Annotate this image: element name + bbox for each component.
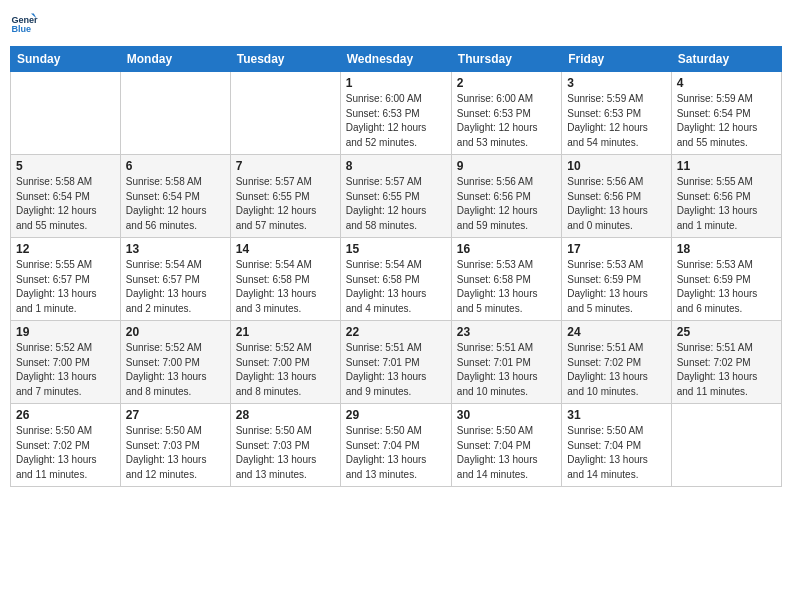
day-info: Sunrise: 6:00 AMSunset: 6:53 PMDaylight:… bbox=[346, 92, 446, 150]
calendar-cell: 30Sunrise: 5:50 AMSunset: 7:04 PMDayligh… bbox=[451, 404, 561, 487]
calendar-cell: 4Sunrise: 5:59 AMSunset: 6:54 PMDaylight… bbox=[671, 72, 781, 155]
calendar-header-row: SundayMondayTuesdayWednesdayThursdayFrid… bbox=[11, 47, 782, 72]
day-info: Sunrise: 5:57 AMSunset: 6:55 PMDaylight:… bbox=[346, 175, 446, 233]
calendar-cell: 21Sunrise: 5:52 AMSunset: 7:00 PMDayligh… bbox=[230, 321, 340, 404]
day-number: 20 bbox=[126, 325, 225, 339]
day-info: Sunrise: 5:50 AMSunset: 7:02 PMDaylight:… bbox=[16, 424, 115, 482]
day-number: 7 bbox=[236, 159, 335, 173]
calendar-cell: 28Sunrise: 5:50 AMSunset: 7:03 PMDayligh… bbox=[230, 404, 340, 487]
day-info: Sunrise: 5:50 AMSunset: 7:04 PMDaylight:… bbox=[567, 424, 665, 482]
calendar-cell: 26Sunrise: 5:50 AMSunset: 7:02 PMDayligh… bbox=[11, 404, 121, 487]
day-info: Sunrise: 5:53 AMSunset: 6:59 PMDaylight:… bbox=[567, 258, 665, 316]
day-info: Sunrise: 5:53 AMSunset: 6:58 PMDaylight:… bbox=[457, 258, 556, 316]
calendar-cell: 14Sunrise: 5:54 AMSunset: 6:58 PMDayligh… bbox=[230, 238, 340, 321]
calendar-cell bbox=[11, 72, 121, 155]
calendar-cell: 23Sunrise: 5:51 AMSunset: 7:01 PMDayligh… bbox=[451, 321, 561, 404]
calendar-cell: 24Sunrise: 5:51 AMSunset: 7:02 PMDayligh… bbox=[562, 321, 671, 404]
day-info: Sunrise: 5:56 AMSunset: 6:56 PMDaylight:… bbox=[567, 175, 665, 233]
day-info: Sunrise: 5:57 AMSunset: 6:55 PMDaylight:… bbox=[236, 175, 335, 233]
day-info: Sunrise: 5:51 AMSunset: 7:01 PMDaylight:… bbox=[346, 341, 446, 399]
calendar-cell: 20Sunrise: 5:52 AMSunset: 7:00 PMDayligh… bbox=[120, 321, 230, 404]
day-number: 30 bbox=[457, 408, 556, 422]
calendar-cell bbox=[671, 404, 781, 487]
day-header-saturday: Saturday bbox=[671, 47, 781, 72]
day-info: Sunrise: 5:55 AMSunset: 6:56 PMDaylight:… bbox=[677, 175, 776, 233]
day-info: Sunrise: 5:52 AMSunset: 7:00 PMDaylight:… bbox=[16, 341, 115, 399]
calendar-cell: 6Sunrise: 5:58 AMSunset: 6:54 PMDaylight… bbox=[120, 155, 230, 238]
calendar-week-row: 12Sunrise: 5:55 AMSunset: 6:57 PMDayligh… bbox=[11, 238, 782, 321]
calendar-cell: 8Sunrise: 5:57 AMSunset: 6:55 PMDaylight… bbox=[340, 155, 451, 238]
day-info: Sunrise: 6:00 AMSunset: 6:53 PMDaylight:… bbox=[457, 92, 556, 150]
day-number: 11 bbox=[677, 159, 776, 173]
svg-text:Blue: Blue bbox=[11, 24, 31, 34]
day-info: Sunrise: 5:51 AMSunset: 7:02 PMDaylight:… bbox=[677, 341, 776, 399]
day-number: 29 bbox=[346, 408, 446, 422]
day-number: 12 bbox=[16, 242, 115, 256]
day-info: Sunrise: 5:54 AMSunset: 6:58 PMDaylight:… bbox=[236, 258, 335, 316]
calendar-week-row: 26Sunrise: 5:50 AMSunset: 7:02 PMDayligh… bbox=[11, 404, 782, 487]
calendar-cell: 5Sunrise: 5:58 AMSunset: 6:54 PMDaylight… bbox=[11, 155, 121, 238]
day-number: 13 bbox=[126, 242, 225, 256]
day-header-thursday: Thursday bbox=[451, 47, 561, 72]
calendar-cell bbox=[230, 72, 340, 155]
logo-icon: General Blue bbox=[10, 10, 38, 38]
logo: General Blue bbox=[10, 10, 40, 38]
day-number: 15 bbox=[346, 242, 446, 256]
day-info: Sunrise: 5:50 AMSunset: 7:04 PMDaylight:… bbox=[346, 424, 446, 482]
day-info: Sunrise: 5:51 AMSunset: 7:02 PMDaylight:… bbox=[567, 341, 665, 399]
day-number: 5 bbox=[16, 159, 115, 173]
day-number: 31 bbox=[567, 408, 665, 422]
day-info: Sunrise: 5:54 AMSunset: 6:57 PMDaylight:… bbox=[126, 258, 225, 316]
day-info: Sunrise: 5:50 AMSunset: 7:04 PMDaylight:… bbox=[457, 424, 556, 482]
calendar-cell: 19Sunrise: 5:52 AMSunset: 7:00 PMDayligh… bbox=[11, 321, 121, 404]
calendar-cell: 9Sunrise: 5:56 AMSunset: 6:56 PMDaylight… bbox=[451, 155, 561, 238]
day-header-sunday: Sunday bbox=[11, 47, 121, 72]
day-number: 24 bbox=[567, 325, 665, 339]
calendar-cell: 16Sunrise: 5:53 AMSunset: 6:58 PMDayligh… bbox=[451, 238, 561, 321]
day-header-friday: Friday bbox=[562, 47, 671, 72]
day-number: 9 bbox=[457, 159, 556, 173]
calendar-cell: 18Sunrise: 5:53 AMSunset: 6:59 PMDayligh… bbox=[671, 238, 781, 321]
calendar-cell: 15Sunrise: 5:54 AMSunset: 6:58 PMDayligh… bbox=[340, 238, 451, 321]
day-header-monday: Monday bbox=[120, 47, 230, 72]
calendar-week-row: 1Sunrise: 6:00 AMSunset: 6:53 PMDaylight… bbox=[11, 72, 782, 155]
day-number: 19 bbox=[16, 325, 115, 339]
day-number: 26 bbox=[16, 408, 115, 422]
day-number: 21 bbox=[236, 325, 335, 339]
calendar-cell: 22Sunrise: 5:51 AMSunset: 7:01 PMDayligh… bbox=[340, 321, 451, 404]
day-info: Sunrise: 5:51 AMSunset: 7:01 PMDaylight:… bbox=[457, 341, 556, 399]
day-number: 18 bbox=[677, 242, 776, 256]
day-info: Sunrise: 5:58 AMSunset: 6:54 PMDaylight:… bbox=[16, 175, 115, 233]
day-number: 6 bbox=[126, 159, 225, 173]
page-header: General Blue bbox=[10, 10, 782, 38]
day-header-wednesday: Wednesday bbox=[340, 47, 451, 72]
calendar-cell: 3Sunrise: 5:59 AMSunset: 6:53 PMDaylight… bbox=[562, 72, 671, 155]
day-number: 14 bbox=[236, 242, 335, 256]
day-number: 3 bbox=[567, 76, 665, 90]
day-info: Sunrise: 5:55 AMSunset: 6:57 PMDaylight:… bbox=[16, 258, 115, 316]
calendar-cell: 27Sunrise: 5:50 AMSunset: 7:03 PMDayligh… bbox=[120, 404, 230, 487]
calendar-cell: 29Sunrise: 5:50 AMSunset: 7:04 PMDayligh… bbox=[340, 404, 451, 487]
day-number: 4 bbox=[677, 76, 776, 90]
day-info: Sunrise: 5:58 AMSunset: 6:54 PMDaylight:… bbox=[126, 175, 225, 233]
calendar-cell: 7Sunrise: 5:57 AMSunset: 6:55 PMDaylight… bbox=[230, 155, 340, 238]
calendar-cell: 17Sunrise: 5:53 AMSunset: 6:59 PMDayligh… bbox=[562, 238, 671, 321]
calendar: SundayMondayTuesdayWednesdayThursdayFrid… bbox=[10, 46, 782, 487]
calendar-cell: 31Sunrise: 5:50 AMSunset: 7:04 PMDayligh… bbox=[562, 404, 671, 487]
calendar-cell: 13Sunrise: 5:54 AMSunset: 6:57 PMDayligh… bbox=[120, 238, 230, 321]
day-number: 23 bbox=[457, 325, 556, 339]
day-number: 8 bbox=[346, 159, 446, 173]
calendar-cell: 2Sunrise: 6:00 AMSunset: 6:53 PMDaylight… bbox=[451, 72, 561, 155]
day-header-tuesday: Tuesday bbox=[230, 47, 340, 72]
calendar-cell: 1Sunrise: 6:00 AMSunset: 6:53 PMDaylight… bbox=[340, 72, 451, 155]
day-info: Sunrise: 5:54 AMSunset: 6:58 PMDaylight:… bbox=[346, 258, 446, 316]
day-number: 25 bbox=[677, 325, 776, 339]
calendar-cell: 12Sunrise: 5:55 AMSunset: 6:57 PMDayligh… bbox=[11, 238, 121, 321]
calendar-week-row: 19Sunrise: 5:52 AMSunset: 7:00 PMDayligh… bbox=[11, 321, 782, 404]
calendar-cell: 11Sunrise: 5:55 AMSunset: 6:56 PMDayligh… bbox=[671, 155, 781, 238]
day-info: Sunrise: 5:59 AMSunset: 6:53 PMDaylight:… bbox=[567, 92, 665, 150]
calendar-cell bbox=[120, 72, 230, 155]
day-info: Sunrise: 5:53 AMSunset: 6:59 PMDaylight:… bbox=[677, 258, 776, 316]
day-number: 27 bbox=[126, 408, 225, 422]
day-number: 28 bbox=[236, 408, 335, 422]
